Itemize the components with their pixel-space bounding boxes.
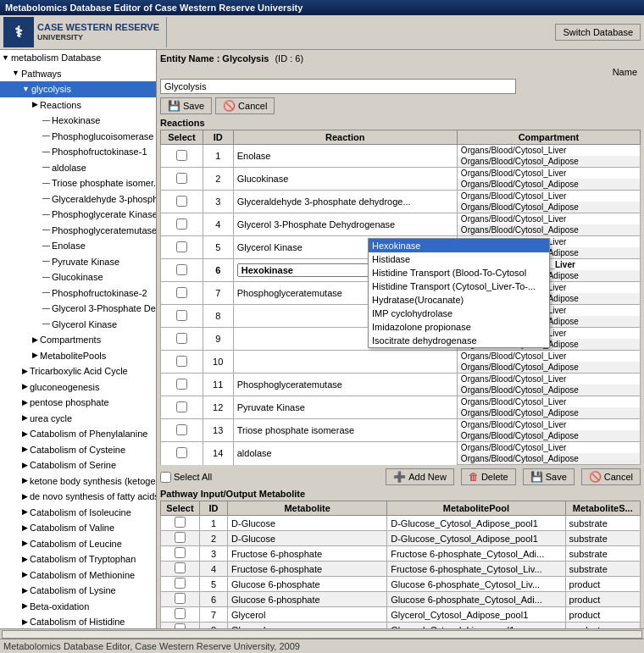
reaction-checkbox-7[interactable] — [176, 287, 187, 298]
reaction-checkbox-3[interactable] — [176, 196, 187, 207]
tree-expand-icon: ▶ — [32, 99, 38, 111]
tree-item-denovo[interactable]: ▶de novo synthesis of fatty acids — [0, 489, 156, 505]
reaction-checkbox-1[interactable] — [176, 150, 187, 161]
dropdown-item[interactable]: Histidine Transport (Cytosol_Liver-To-..… — [369, 279, 549, 293]
reaction-checkbox-14[interactable] — [176, 447, 187, 458]
name-row: Name — [160, 67, 641, 77]
tree-item-compartments[interactable]: ▶Compartments — [0, 332, 156, 348]
dropdown-item[interactable]: Histidase — [369, 252, 549, 266]
met-checkbox-2[interactable] — [175, 532, 186, 543]
reaction-checkbox-9[interactable] — [176, 333, 187, 344]
reaction-checkbox-10[interactable] — [176, 356, 187, 367]
tree-item-phospho[interactable]: —Phosphoglucoisomerase — [0, 129, 156, 145]
tree-item-triose[interactable]: —Triose phosphate isomer... — [0, 175, 156, 191]
met-checkbox-3[interactable] — [175, 547, 186, 558]
tree-item-catser[interactable]: ▶Catabolism of Serine — [0, 457, 156, 473]
tree-item-pgk[interactable]: —Phosphoglycerate Kinase — [0, 207, 156, 223]
reactions-add-new-button[interactable]: ➕ Add New — [386, 468, 454, 485]
horizontal-scrollbar[interactable] — [2, 630, 642, 639]
tree-item-pentose[interactable]: ▶pentose phosphate — [0, 395, 156, 411]
met-type-cell: product — [565, 623, 640, 629]
dropdown-item[interactable]: Imidazolone propionase — [369, 320, 549, 334]
reaction-checkbox-12[interactable] — [176, 401, 187, 412]
reactions-save-button[interactable]: 💾 Save — [523, 468, 575, 485]
tree-expand-icon: — — [42, 287, 50, 299]
tree-item-cathis[interactable]: ▶Catabolism of Histidine — [0, 614, 156, 628]
reaction-checkbox-2[interactable] — [176, 173, 187, 184]
met-select-cell — [161, 592, 200, 607]
tree-item-aldolase[interactable]: —aldolase — [0, 160, 156, 176]
tree-expand-icon: ▶ — [22, 460, 28, 472]
tree-item-g3pd[interactable]: —Glycerol 3-Phosphate Deh... — [0, 301, 156, 317]
reactions-delete-button[interactable]: 🗑 Delete — [461, 468, 516, 485]
tree-item-metabolism-db[interactable]: ▼metabolism Database — [0, 50, 156, 66]
tree-item-label: aldolase — [52, 161, 86, 175]
save-button-top[interactable]: 💾 Save — [160, 97, 212, 114]
tree-item-catleu[interactable]: ▶Catabolism of Leucine — [0, 536, 156, 552]
dropdown-item[interactable]: Isocitrate dehydrogenase — [369, 334, 549, 347]
reactions-cancel-button[interactable]: 🚫 Cancel — [581, 468, 641, 485]
reactions-title: Reactions — [160, 118, 641, 128]
reaction-checkbox-5[interactable] — [176, 241, 187, 252]
tree-item-catlys[interactable]: ▶Catabolism of Lysine — [0, 583, 156, 599]
tree-item-catcys[interactable]: ▶Catabolism of Cysteine — [0, 442, 156, 458]
tree-item-cattry[interactable]: ▶Catabolism of Tryptophan — [0, 551, 156, 567]
tree-item-label: Reactions — [40, 98, 81, 113]
tree-item-glycolysis[interactable]: ▼glycolysis — [0, 81, 156, 97]
met-col-select: Select — [161, 501, 200, 516]
tree-item-catiso[interactable]: ▶Catabolism of Isoleucine — [0, 505, 156, 521]
met-checkbox-4[interactable] — [175, 562, 186, 573]
tree-item-catval[interactable]: ▶Catabolism of Valine — [0, 520, 156, 536]
dropdown-item[interactable]: Hydratase(Urocanate) — [369, 293, 549, 307]
tree-item-pfk1[interactable]: —Phosphofructokinase-1 — [0, 144, 156, 160]
tree-expand-icon: ▶ — [22, 585, 28, 597]
tree-item-ketone[interactable]: ▶ketone body synthesis (ketogene... — [0, 473, 156, 490]
tree-item-enolase[interactable]: —Enolase — [0, 238, 156, 254]
switch-database-button[interactable]: Switch Database — [555, 24, 641, 41]
tree-item-tca[interactable]: ▶Tricarboxylic Acid Cycle — [0, 363, 156, 379]
tree-item-catphe[interactable]: ▶Catabolism of Phenylalanine — [0, 426, 156, 442]
tree-item-pk[interactable]: —Pyruvate Kinase — [0, 254, 156, 270]
reaction-checkbox-11[interactable] — [176, 379, 187, 390]
cancel-button-top[interactable]: 🚫 Cancel — [215, 97, 275, 114]
tree-item-label: de novo synthesis of fatty acids — [30, 490, 157, 504]
tree-item-label: Glycerol 3-Phosphate Deh... — [52, 302, 157, 316]
entity-name-input[interactable] — [160, 79, 516, 94]
tree-item-urea[interactable]: ▶urea cycle — [0, 411, 156, 427]
tree-item-hexokinase[interactable]: —Hexokinase — [0, 113, 156, 129]
reaction-checkbox-8[interactable] — [176, 310, 187, 321]
metabolite-row: 6 Glucose 6-phosphate Glucose 6-phosphat… — [161, 592, 641, 607]
reaction-dropdown[interactable]: HexokinaseHistidaseHistidine Transport (… — [368, 238, 550, 348]
reaction-checkbox-13[interactable] — [176, 424, 187, 435]
reaction-name-cell: aldolase — [233, 442, 457, 465]
dropdown-item[interactable]: Hexokinase — [369, 239, 549, 252]
tree-item-reactions-sub[interactable]: ▶Reactions — [0, 97, 156, 113]
reaction-id-cell: 12 — [203, 396, 233, 419]
tree-item-betaox[interactable]: ▶Beta-oxidation — [0, 599, 156, 615]
tree-item-catmet[interactable]: ▶Catabolism of Methionine — [0, 567, 156, 584]
dropdown-item[interactable]: IMP cyclohydrolase — [369, 307, 549, 320]
tree-item-gk[interactable]: —Glycerol Kinase — [0, 317, 156, 333]
reaction-checkbox-4[interactable] — [176, 219, 187, 230]
tree-item-metabolitepools[interactable]: ▶MetabolitePools — [0, 348, 156, 364]
tree-item-pfk2[interactable]: —Phosphofructokinase-2 — [0, 285, 156, 302]
tree-expand-icon: — — [42, 241, 50, 252]
met-checkbox-6[interactable] — [175, 593, 186, 604]
tree-item-g3p[interactable]: —Glyceraldehyde 3-phosphi... — [0, 191, 156, 208]
met-checkbox-7[interactable] — [175, 608, 186, 619]
reaction-checkbox-6[interactable] — [176, 264, 187, 275]
tree-expand-icon: ▶ — [22, 412, 28, 424]
tree-item-label: Triose phosphate isomer... — [52, 176, 157, 191]
tree-item-label: Phosphoglyceratemutase — [52, 224, 157, 238]
met-checkbox-5[interactable] — [175, 578, 186, 589]
select-all-checkbox-label[interactable]: Select All — [160, 472, 212, 483]
select-all-checkbox[interactable] — [160, 472, 171, 483]
tree-item-glucokinase[interactable]: —Glucokinase — [0, 269, 156, 285]
cancel-icon: 🚫 — [223, 100, 236, 112]
met-checkbox-1[interactable] — [175, 517, 186, 528]
dropdown-item[interactable]: Histidine Transport (Blood-To-Cytosol — [369, 266, 549, 279]
tree-item-pgm[interactable]: —Phosphoglyceratemutase — [0, 223, 156, 239]
tree-item-pathways[interactable]: ▼Pathways — [0, 66, 156, 82]
tree-item-gluconeogenesis[interactable]: ▶gluconeogenesis — [0, 379, 156, 396]
met-id-cell: 7 — [199, 607, 227, 623]
